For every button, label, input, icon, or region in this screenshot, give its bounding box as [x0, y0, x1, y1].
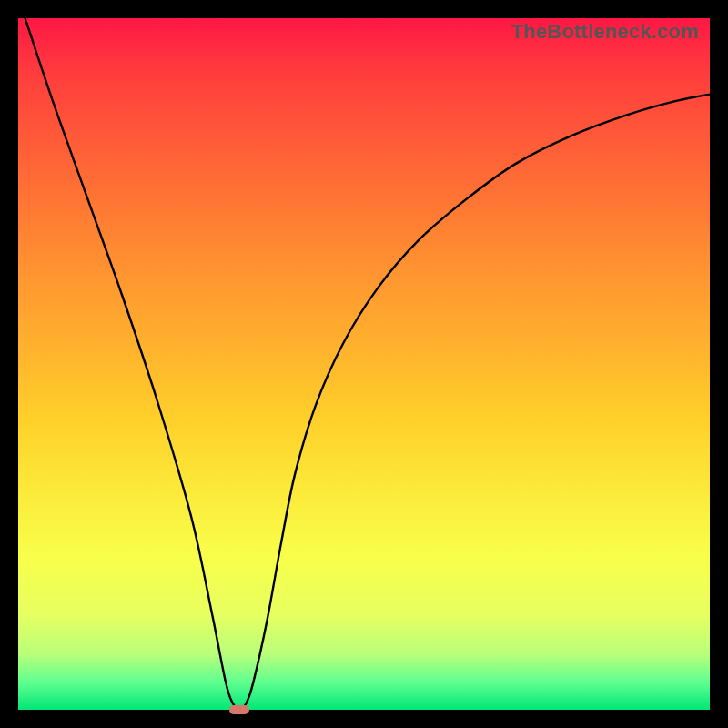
- curve-svg: [18, 18, 710, 710]
- bottleneck-curve: [25, 18, 710, 710]
- plot-area: TheBottleneck.com: [18, 18, 710, 710]
- optimum-marker: [229, 705, 249, 714]
- chart-frame: TheBottleneck.com: [0, 0, 728, 728]
